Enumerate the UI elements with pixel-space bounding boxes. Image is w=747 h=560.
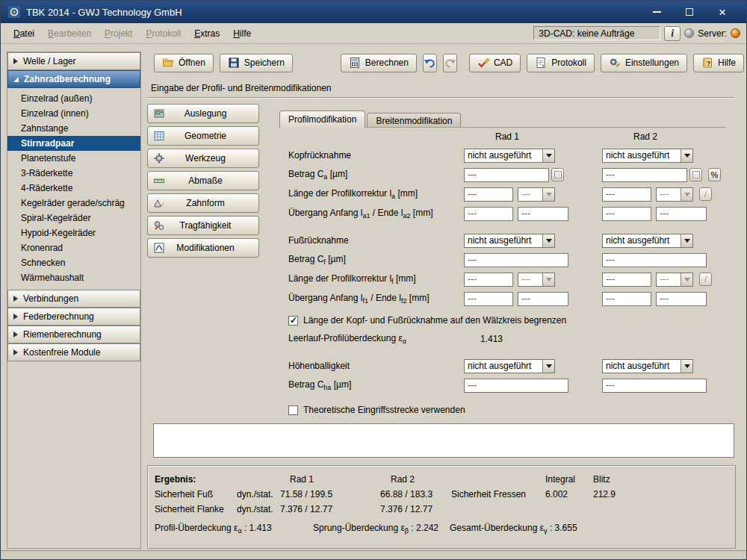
- section-label: Kostenfreie Module: [23, 347, 100, 358]
- settings-button[interactable]: Einstellungen: [601, 54, 687, 72]
- tragfaehigkeit-button[interactable]: Tragfähigkeit: [147, 216, 259, 235]
- fussruecknahme-rad2-combo[interactable]: nicht ausgeführt: [602, 234, 693, 248]
- uebergang-f1-rad1-input[interactable]: [464, 292, 513, 306]
- calculate-button[interactable]: Berechnen: [341, 54, 417, 72]
- close-button[interactable]: ×: [706, 1, 739, 22]
- settings-label: Einstellungen: [625, 57, 679, 68]
- result-rad1: 7.376 / 12.77: [280, 504, 380, 514]
- laenge-a-ref-button[interactable]: /: [699, 187, 712, 201]
- sidebar-item-4-raederkette[interactable]: 4-Räderkette: [7, 181, 140, 196]
- betrag-ca-rad2-input[interactable]: [602, 168, 687, 182]
- protocol-button[interactable]: Protokoll: [527, 54, 595, 72]
- info-button[interactable]: i: [664, 26, 681, 41]
- uebergang-f2-rad1-input[interactable]: [518, 292, 568, 306]
- menu-extras[interactable]: Extras: [187, 25, 226, 42]
- zahnform-button[interactable]: Zahnform: [147, 193, 259, 213]
- sidebar-item-schnecken[interactable]: Schnecken: [7, 255, 140, 270]
- laenge-lf-rad2-input[interactable]: [602, 273, 651, 287]
- laenge-lf-rad2-combo[interactable]: ---: [656, 273, 693, 287]
- betrag-ca-rad1-input[interactable]: [464, 168, 549, 182]
- help-button[interactable]: ? Hilfe: [693, 54, 744, 72]
- laenge-lf-rad1-input[interactable]: [464, 273, 513, 287]
- results-col-blitz: Blitz: [593, 474, 728, 485]
- floppy-disk-icon: [228, 57, 241, 69]
- sidebar-section-riemenberechnung[interactable]: Riemenberechnung: [7, 326, 140, 343]
- menu-datei[interactable]: Datei: [7, 25, 41, 42]
- eingriff-checkbox[interactable]: [288, 405, 298, 415]
- open-button[interactable]: Öffnen: [154, 54, 214, 72]
- menu-bearbeiten[interactable]: Bearbeiten: [41, 25, 98, 42]
- hoehenballigkeit-rad1-combo[interactable]: nicht ausgeführt: [464, 359, 555, 373]
- auslegung-button[interactable]: Auslegung: [147, 104, 259, 123]
- betrag-ca-rad1-calc-button[interactable]: [551, 168, 564, 181]
- waelzkreis-checkbox[interactable]: [288, 316, 298, 326]
- chevron-right-icon: [13, 332, 18, 337]
- sidebar-item-waermehaushalt[interactable]: Wärmehaushalt: [7, 270, 140, 285]
- laenge-la-rad2-input[interactable]: [602, 187, 651, 202]
- undo-button[interactable]: [423, 54, 437, 72]
- betrag-cf-rad2-input[interactable]: [602, 253, 707, 267]
- results-row-flanke: Sicherheit Flanke dyn./stat. 7.376 / 12.…: [148, 502, 735, 517]
- laenge-la-rad1-input[interactable]: [464, 187, 513, 202]
- modifikationen-button[interactable]: Modifikationen: [147, 238, 259, 258]
- cad-button[interactable]: CAD: [469, 54, 521, 72]
- sidebar-item-stirnradpaar[interactable]: Stirnradpaar: [7, 136, 140, 151]
- tab-breitenmodifikation[interactable]: Breitenmodifikation: [367, 113, 461, 128]
- sidebar-item-kronenrad[interactable]: Kronenrad: [7, 240, 140, 255]
- page-title: Eingabe der Profil- und Breitenmodifikat…: [151, 83, 331, 93]
- eingriff-checkbox-row: Theoretische Eingriffsstrecke verwenden: [279, 401, 728, 419]
- uebergang-a2-rad1-input[interactable]: [518, 207, 568, 221]
- abmasse-button[interactable]: Abmaße: [147, 171, 259, 190]
- sidebar-item-kegelraeder-gerade-schraeg[interactable]: Kegelräder gerade/schräg: [7, 196, 140, 211]
- menu-hilfe[interactable]: Hilfe: [226, 25, 258, 42]
- fussruecknahme-rad1-combo[interactable]: nicht ausgeführt: [464, 234, 555, 248]
- menu-protokoll[interactable]: Protokoll: [139, 25, 187, 42]
- sidebar-section-verbindungen[interactable]: Verbindungen: [7, 290, 140, 308]
- sidebar-item-planetenstufe[interactable]: Planetenstufe: [7, 151, 140, 166]
- help-book-icon: ?: [701, 57, 714, 69]
- betrag-cf-rad1-input[interactable]: [464, 253, 568, 267]
- geometrie-icon: [153, 130, 165, 142]
- kopfruecknahme-rad1-combo[interactable]: nicht ausgeführt: [464, 149, 555, 163]
- percent-button[interactable]: %: [708, 168, 721, 181]
- laenge-lf-rad1-combo[interactable]: ---: [518, 273, 555, 287]
- uebergang-a1-rad2-input[interactable]: [602, 207, 651, 221]
- uebergang-a1-rad1-input[interactable]: [464, 207, 513, 221]
- sidebar-section-welle-lager[interactable]: Welle / Lager: [7, 52, 140, 70]
- rad2-column-header: Rad 2: [602, 131, 689, 142]
- sidebar-item-zahnstange[interactable]: Zahnstange: [7, 121, 140, 136]
- save-button[interactable]: Speichern: [220, 54, 293, 72]
- uebergang-a2-rad2-input[interactable]: [656, 207, 707, 221]
- chevron-down-icon: [542, 149, 554, 162]
- laenge-f-ref-button[interactable]: /: [699, 273, 712, 286]
- toolbar: Öffnen Speichern Berechnen: [147, 53, 740, 72]
- laenge-la-rad1-combo[interactable]: ---: [518, 187, 555, 202]
- sidebar-item-spiral-kegelraeder[interactable]: Spiral-Kegelräder: [7, 211, 140, 225]
- modifikationen-icon: [153, 242, 165, 254]
- betrag-cha-rad1-input[interactable]: [464, 379, 568, 393]
- minimize-button[interactable]: [640, 1, 673, 22]
- betrag-cha-rad2-input[interactable]: [602, 379, 707, 393]
- gesamt-ueberdeckung: Gesamt-Überdeckung εγ : 3.655: [450, 523, 577, 535]
- tab-profilmodifikation[interactable]: Profilmodifikation: [279, 111, 365, 128]
- sidebar-section-kostenfreie-module[interactable]: Kostenfreie Module: [7, 343, 140, 361]
- geometrie-button[interactable]: Geometrie: [147, 126, 259, 146]
- laenge-la-rad2-combo[interactable]: ---: [656, 187, 693, 202]
- sidebar-section-zahnradberechnung[interactable]: Zahnradberechnung: [7, 70, 140, 88]
- gear-wrench-icon: [609, 57, 622, 69]
- kopfruecknahme-rad2-combo[interactable]: nicht ausgeführt: [602, 149, 693, 163]
- maximize-button[interactable]: [673, 1, 706, 22]
- uebergang-f2-rad2-input[interactable]: [656, 292, 707, 306]
- titlebar: TBK 2014 - GWJ Technology GmbH ×: [1, 1, 746, 23]
- werkzeug-button[interactable]: Werkzeug: [147, 149, 259, 168]
- betrag-ca-rad2-calc-button[interactable]: [689, 168, 702, 181]
- redo-button[interactable]: [443, 54, 457, 72]
- sidebar-item-einzelrad-aussen[interactable]: Einzelrad (außen): [7, 91, 140, 106]
- menu-projekt[interactable]: Projekt: [98, 25, 139, 42]
- sidebar-item-3-raederkette[interactable]: 3-Räderkette: [7, 166, 140, 181]
- sidebar-section-federberechnung[interactable]: Federberechnung: [7, 308, 140, 326]
- sidebar-item-einzelrad-innen[interactable]: Einzelrad (innen): [7, 106, 140, 121]
- sidebar-item-hypoid-kegelraeder[interactable]: Hypoid-Kegelräder: [7, 225, 140, 240]
- hoehenballigkeit-rad2-combo[interactable]: nicht ausgeführt: [602, 359, 693, 373]
- uebergang-f1-rad2-input[interactable]: [602, 292, 651, 306]
